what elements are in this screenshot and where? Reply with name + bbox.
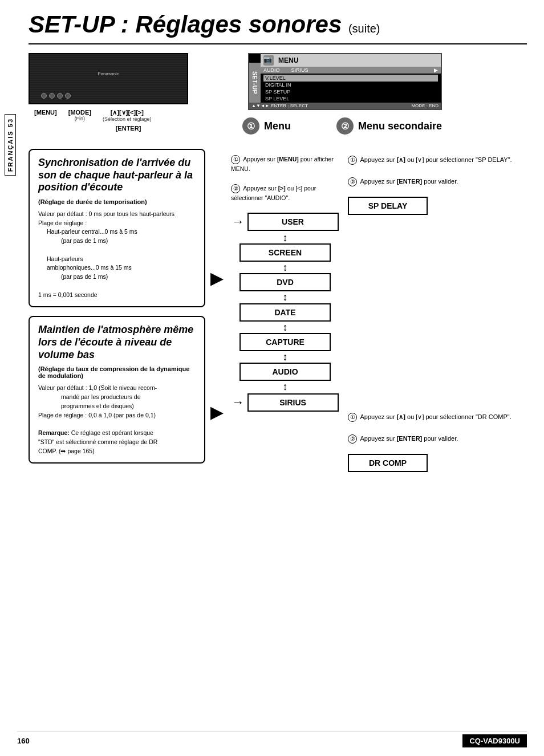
left-arrows: ▶ ▶ [205,149,228,472]
sp-delay-instructions: ① Appuyez sur [∧] ou [∨] pour sélectionn… [348,155,527,186]
title-divider [29,43,527,44]
nav-screen: SCREEN [239,243,331,262]
menu-icon: 📷 [263,55,274,66]
enter-label: [ENTER] [29,125,222,132]
nav-arrows-user-screen: ↕ [283,233,288,242]
menu-bottom-bar: ▲▼◄► ENTER : SELECT MODE : END [249,103,441,109]
menu-item-splevel: SP LEVEL [263,95,438,102]
top-section: Panasonic [MENU] [MODE] (Fin) [29,53,527,140]
control-labels: [MENU] [MODE] (Fin) [∧][∨][<][>] (Sélect… [29,109,222,122]
nav-audio: AUDIO [239,363,331,381]
menu-label-2: ② Menu secondaire [336,117,442,135]
menu-item-digital: DIGITAL IN [263,82,438,88]
sp-delay-box: SP DELAY [348,197,428,215]
menu-label-1: ① Menu [242,117,291,135]
middle-instructions-upper: ① Appuyer sur [MENU] pour afficher MENU.… [228,155,342,203]
arrow-right-1: ▶ [210,268,224,288]
left-boxes: Synchronisation de l'arrivée du son de c… [29,149,205,472]
device-buttons [41,93,71,99]
nav-control: [∧][∨][<][>] (Sélection et réglage) [103,109,152,122]
nav-user: USER [247,213,339,231]
nav-sirius: SIRIUS [247,393,339,412]
setup-label: SET-UP [249,63,261,103]
dr-comp-box: DR COMP [348,454,428,472]
info-box-sp-delay: Synchronisation de l'arrivée du son de c… [29,149,205,307]
page-footer: 160 CQ-VAD9300U [17,731,527,747]
brand-label: Panasonic [98,71,119,76]
nav-capture: CAPTURE [239,333,331,351]
arrow-to-user: → USER [232,212,339,232]
device-section: Panasonic [MENU] [MODE] (Fin) [29,53,222,140]
right-upper-sp-delay: ① Appuyez sur [∧] ou [∨] pour sélectionn… [348,155,527,215]
menu-item-vlevel: V.LEVEL [263,75,438,82]
menu-item-spsetup: SP SETUP [263,88,438,95]
info-box-1-subtitle: (Réglage de durée de temporisation) [38,198,196,205]
device-image: Panasonic [29,53,188,104]
nav-date: DATE [239,303,331,322]
page-number: 160 [17,737,30,745]
diagram-section: Synchronisation de l'arrivée du son de c… [29,149,527,472]
nav-dvd: DVD [239,273,331,291]
menu-item-drcomp: DR COMP [263,109,438,110]
arrow-to-sirius: → SIRIUS [232,392,339,413]
middle-nav-col: ① Appuyer sur [MENU] pour afficher MENU.… [228,149,342,472]
info-box-2-title: Maintien de l'atmosphère même lors de l'… [38,324,196,361]
menu-bar: 📷 MENU [261,54,441,67]
info-box-2-subtitle: (Réglage du taux de compression de la dy… [38,365,196,379]
arrow-right-2: ▶ [210,402,224,422]
info-box-2-text: Valeur par défaut : 1,0 (Soit le niveau … [38,384,196,456]
side-label: FRANÇAIS 53 [5,114,16,176]
model-badge: CQ-VAD9300U [462,734,527,747]
menu-screenshot: SET-UP 📷 MENU AUDIO SIRIUS ▶ V.LEVEL [248,53,442,110]
dr-comp-instructions: ① Appuyez sur [∧] ou [∨] pour sélectionn… [348,412,527,444]
info-box-1-text: Valeur par défaut : 0 ms pour tous les h… [38,210,196,300]
info-box-dr-comp: Maintien de l'atmosphère même lors de l'… [29,316,205,464]
menu-section: SET-UP 📷 MENU AUDIO SIRIUS ▶ V.LEVEL [231,53,527,135]
right-info-col: ① Appuyez sur [∧] ou [∨] pour sélectionn… [342,149,527,472]
page-title: SET-UP : Réglages sonores (suite) [29,11,527,38]
info-box-1-title: Synchronisation de l'arrivée du son de c… [38,157,196,194]
menu-control: [MENU] [34,109,57,122]
page-wrapper: FRANÇAIS 53 SET-UP : Réglages sonores (s… [0,0,544,756]
mode-control: [MODE] (Fin) [68,109,91,122]
right-lower-dr-comp: ① Appuyez sur [∧] ou [∨] pour sélectionn… [348,298,527,472]
